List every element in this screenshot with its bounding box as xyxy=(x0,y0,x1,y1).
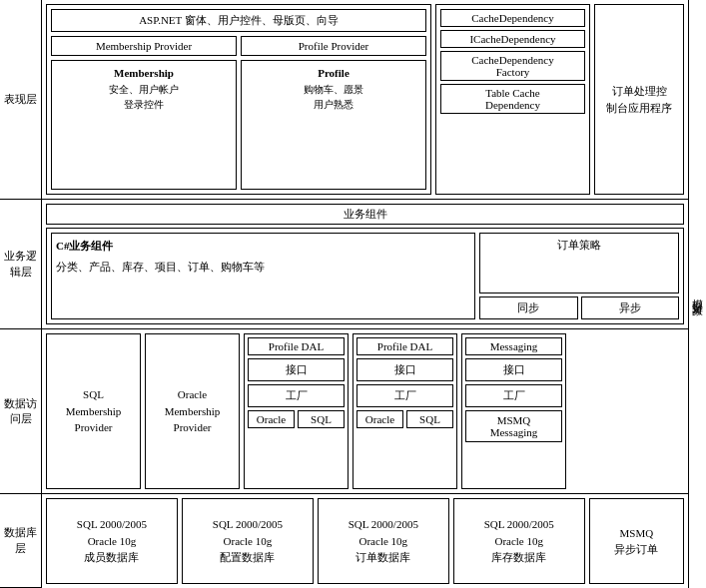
membership-detail-box: Membership 安全、用户帐户登录控件 xyxy=(51,60,237,190)
pres-row2: Membership Provider Profile Provider xyxy=(51,36,426,56)
db-layer-label: 数据库层 xyxy=(0,494,41,588)
biz-title: 业务组件 xyxy=(46,204,684,225)
async-box: 异步 xyxy=(581,296,680,319)
db4-box: SQL 2000/2005Oracle 10g库存数据库 xyxy=(453,498,585,584)
table-cache-box: Table CacheDependency xyxy=(440,84,585,114)
presentation-layer: ASP.NET 窗体、用户控件、母版页、向导 Membership Provid… xyxy=(42,0,688,200)
oracle1-box: Oracle xyxy=(248,410,295,428)
csharp-sub: 分类、产品、库存、项目、订单、购物车等 xyxy=(56,259,470,276)
profile-provider-box: Profile Provider xyxy=(241,36,426,56)
data-access-layer: SQLMembershipProvider OracleMembershipPr… xyxy=(42,329,688,494)
interface1-box: 接口 xyxy=(248,358,345,381)
dal1-bottom: Oracle SQL xyxy=(248,410,345,428)
db3-box: SQL 2000/2005Oracle 10g订单数据库 xyxy=(318,498,449,584)
data-layer-label: 数据访问层 xyxy=(0,329,41,494)
profile-detail-sub: 购物车、愿景用户熟悉 xyxy=(248,82,419,112)
dal2-bottom: Oracle SQL xyxy=(356,410,453,428)
interface2-box: 接口 xyxy=(356,358,453,381)
profile-detail-title: Profile xyxy=(248,65,419,82)
biz-right: 订单策略 同步 异步 xyxy=(479,233,679,319)
presentation-layer-label: 表现层 xyxy=(0,0,41,200)
cache-factory-box: CacheDependencyFactory xyxy=(440,51,585,81)
order-control-box: 订单处理控制台应用程序 xyxy=(594,4,684,195)
layer-labels: 表现层 业务逻辑层 数据访问层 数据库层 xyxy=(0,0,42,588)
msmq-msg-box: MSMQMessaging xyxy=(465,410,562,442)
csharp-component: C#业务组件 分类、产品、库存、项目、订单、购物车等 xyxy=(51,233,475,319)
biz-inner: C#业务组件 分类、产品、库存、项目、订单、购物车等 订单策略 同步 异步 xyxy=(46,228,684,324)
pres-row3: Membership 安全、用户帐户登录控件 Profile 购物车、愿景用户熟… xyxy=(51,60,426,190)
sql2-box: SQL xyxy=(406,410,453,428)
aspnet-row: ASP.NET 窗体、用户控件、母版页、向导 xyxy=(51,9,426,32)
factory1-box: 工厂 xyxy=(248,384,345,407)
factory2-box: 工厂 xyxy=(356,384,453,407)
oracle-member-box: OracleMembershipProvider xyxy=(145,333,240,489)
pres-middle: CacheDependency ICacheDependency CacheDe… xyxy=(435,4,590,195)
pres-left: ASP.NET 窗体、用户控件、母版页、向导 Membership Provid… xyxy=(46,4,431,195)
msmq-db-box: MSMQ异步订单 xyxy=(589,498,684,584)
profile-dal1-title: Profile DAL xyxy=(248,337,345,355)
db-layer: SQL 2000/2005Oracle 10g成员数据库 SQL 2000/20… xyxy=(42,494,688,588)
membership-detail-sub: 安全、用户帐户登录控件 xyxy=(58,82,230,112)
interface3-box: 接口 xyxy=(465,358,562,381)
profile-dal1: Profile DAL 接口 工厂 Oracle SQL xyxy=(244,333,349,489)
cache-dependency-box: CacheDependency xyxy=(440,9,585,27)
business-layer: 业务组件 C#业务组件 分类、产品、库存、项目、订单、购物车等 订单策略 同步 … xyxy=(42,200,688,329)
sync-box: 同步 xyxy=(479,296,578,319)
factory3-box: 工厂 xyxy=(465,384,562,407)
sql-member-box: SQLMembershipProvider xyxy=(46,333,141,489)
profile-dal2-title: Profile DAL xyxy=(356,337,453,355)
content-area: ASP.NET 窗体、用户控件、母版页、向导 Membership Provid… xyxy=(42,0,688,588)
order-strategy: 订单策略 xyxy=(479,233,679,294)
db2-box: SQL 2000/2005Oracle 10g配置数据库 xyxy=(182,498,314,584)
messaging-box: Messaging 接口 工厂 MSMQMessaging xyxy=(461,333,566,489)
icache-dependency-box: ICacheDependency xyxy=(440,30,585,48)
membership-detail-title: Membership xyxy=(58,65,230,82)
model-text: 模型对象 xyxy=(690,291,704,298)
membership-provider-box: Membership Provider xyxy=(51,36,237,56)
profile-dal2: Profile DAL 接口 工厂 Oracle SQL xyxy=(353,333,457,489)
db1-box: SQL 2000/2005Oracle 10g成员数据库 xyxy=(46,498,178,584)
sync-row: 同步 异步 xyxy=(479,296,679,319)
main-container: 表现层 业务逻辑层 数据访问层 数据库层 ASP.NET 窗体、用户控件、母版页… xyxy=(0,0,706,588)
oracle2-box: Oracle xyxy=(356,410,403,428)
business-layer-label: 业务逻辑层 xyxy=(0,200,41,329)
model-label: 模型对象 xyxy=(688,0,706,588)
messaging-title: Messaging xyxy=(465,337,562,355)
csharp-title: C#业务组件 xyxy=(56,238,470,255)
sql1-box: SQL xyxy=(298,410,345,428)
profile-detail-box: Profile 购物车、愿景用户熟悉 xyxy=(241,60,426,190)
